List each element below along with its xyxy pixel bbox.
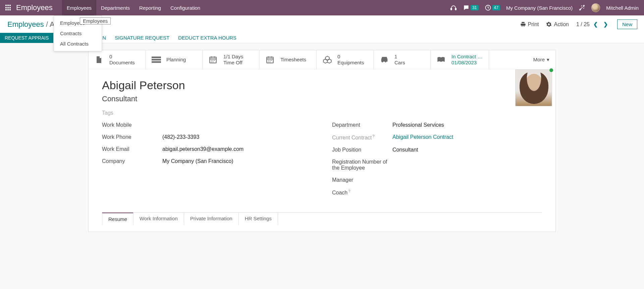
help-icon[interactable]: ? <box>348 189 350 193</box>
nav-reporting[interactable]: Reporting <box>135 0 166 15</box>
value-work-email[interactable]: abigail.peterson39@example.com <box>162 146 312 152</box>
messages-icon[interactable]: 31 <box>463 4 478 11</box>
right-column: DepartmentProfessional Services Current … <box>332 122 542 202</box>
value-work-mobile[interactable] <box>162 122 312 128</box>
stat-contract-date: 01/08/2023 <box>451 60 483 66</box>
user-avatar[interactable] <box>591 3 600 12</box>
employee-photo-wrap <box>515 69 552 106</box>
value-registration-number[interactable] <box>392 159 542 171</box>
value-department[interactable]: Professional Services <box>392 122 542 128</box>
stat-timeoff-label: Time Off <box>223 60 243 66</box>
cubes-icon <box>323 56 333 64</box>
stat-timesheets-label: Timesheets <box>280 57 306 63</box>
presence-dot <box>549 68 553 72</box>
dropdown-item-contracts[interactable]: Contracts <box>54 28 102 39</box>
app-brand[interactable]: Employees <box>16 3 53 12</box>
caret-down-icon: ▾ <box>547 57 549 63</box>
label-work-phone: Work Phone <box>102 134 162 140</box>
stat-cars[interactable]: 1Cars <box>374 50 431 69</box>
calendar-icon <box>266 55 276 64</box>
breadcrumb-root[interactable]: Employees <box>7 20 44 28</box>
svg-rect-3 <box>152 57 161 58</box>
stat-documents-val: 0 <box>109 54 135 60</box>
breadcrumb-sep: / <box>46 20 48 28</box>
tab-work-information[interactable]: Work Information <box>133 213 184 225</box>
left-column: Work Mobile Work Phone(482)-233-3393 Wor… <box>102 122 312 202</box>
dropdown-item-all-contracts[interactable]: All Contracts <box>54 39 102 49</box>
debug-icon[interactable] <box>579 4 585 11</box>
pager-text[interactable]: 1 / 25 <box>576 21 590 27</box>
nav-right: 31 47 My Company (San Francisco) Mitchel… <box>450 3 639 12</box>
activities-badge: 47 <box>492 5 500 10</box>
stat-cars-label: Cars <box>394 60 405 66</box>
new-button[interactable]: New <box>617 19 637 29</box>
tab-private-information[interactable]: Private Information <box>184 213 239 225</box>
label-current-contract: Current Contract? <box>332 134 392 141</box>
signature-request-button[interactable]: SIGNATURE REQUEST <box>115 33 169 43</box>
tab-resume[interactable]: Resume <box>102 213 133 225</box>
nav-employees[interactable]: Employees <box>62 0 96 15</box>
label-manager: Manager <box>332 177 392 183</box>
employee-tags[interactable]: Tags <box>102 110 542 116</box>
pager-prev[interactable]: ❮ <box>592 20 600 28</box>
employee-photo[interactable] <box>515 69 552 106</box>
label-company: Company <box>102 158 162 164</box>
help-icon[interactable]: ? <box>372 134 374 138</box>
stat-planning-label: Planning <box>166 57 186 63</box>
value-manager[interactable] <box>392 177 542 183</box>
stat-timesheets[interactable]: Timesheets <box>260 50 317 69</box>
stat-planning[interactable]: Planning <box>146 50 203 69</box>
svg-rect-5 <box>152 61 161 63</box>
pager: 1 / 25 ❮ ❯ <box>576 20 610 28</box>
stat-equipments[interactable]: 0Equipments <box>317 50 374 69</box>
calendar-icon <box>209 55 219 64</box>
label-registration-number: Registration Number of the Employee <box>332 159 392 171</box>
employee-job-title[interactable]: Consultant <box>102 95 542 103</box>
print-label: Print <box>528 21 539 27</box>
svg-rect-4 <box>152 59 161 61</box>
activities-icon[interactable]: 47 <box>485 4 500 11</box>
stat-documents[interactable]: 0Documents <box>89 50 146 69</box>
label-job-position: Job Position <box>332 147 392 153</box>
stat-timeoff[interactable]: 1/1 DaysTime Off <box>203 50 260 69</box>
deduct-extra-hours-button[interactable]: DEDUCT EXTRA HOURS <box>178 33 236 43</box>
apps-icon[interactable] <box>5 5 11 11</box>
action-button[interactable]: Action <box>546 21 569 27</box>
book-icon <box>437 56 447 63</box>
svg-rect-0 <box>451 8 452 10</box>
breadcrumb: Employees / A <box>7 20 55 29</box>
nav-configuration[interactable]: Configuration <box>166 0 205 15</box>
planning-icon <box>152 56 162 63</box>
status-trailing[interactable]: N <box>102 33 106 43</box>
stat-documents-label: Documents <box>109 60 135 66</box>
stat-equipments-label: Equipments <box>337 60 364 66</box>
value-work-phone[interactable]: (482)-233-3393 <box>162 134 312 140</box>
stat-contract[interactable]: In Contract …01/08/2023 <box>431 50 489 69</box>
stat-cars-val: 1 <box>394 54 405 60</box>
document-icon <box>95 55 105 64</box>
form-sheet: 0Documents Planning 1/1 DaysTime Off Tim… <box>88 50 556 232</box>
svg-rect-1 <box>455 8 456 10</box>
print-button[interactable]: Print <box>520 21 539 27</box>
nav-departments[interactable]: Departments <box>96 0 135 15</box>
value-current-contract[interactable]: Abigail Peterson Contract <box>392 134 542 141</box>
pager-next[interactable]: ❯ <box>602 20 610 28</box>
company-switcher[interactable]: My Company (San Francisco) <box>506 5 573 11</box>
value-company[interactable]: My Company (San Francisco) <box>162 158 312 164</box>
stat-equipments-val: 0 <box>337 54 364 60</box>
form-tabs: Resume Work Information Private Informat… <box>102 212 542 225</box>
value-job-position[interactable]: Consultant <box>392 147 542 153</box>
stat-more[interactable]: More▾ <box>527 50 555 69</box>
messages-badge: 31 <box>471 5 478 10</box>
label-coach: Coach? <box>332 189 392 196</box>
tooltip: Employees <box>80 17 111 24</box>
request-appraisal-button[interactable]: REQUEST APPRAIS <box>0 33 53 43</box>
value-coach[interactable] <box>392 189 542 196</box>
stat-contract-val: In Contract … <box>451 54 483 60</box>
action-label: Action <box>554 21 569 27</box>
employee-name[interactable]: Abigail Peterson <box>102 79 542 92</box>
label-department: Department <box>332 122 392 128</box>
voip-icon[interactable] <box>450 4 457 11</box>
user-name[interactable]: Mitchell Admin <box>606 5 639 11</box>
tab-hr-settings[interactable]: HR Settings <box>238 213 278 225</box>
